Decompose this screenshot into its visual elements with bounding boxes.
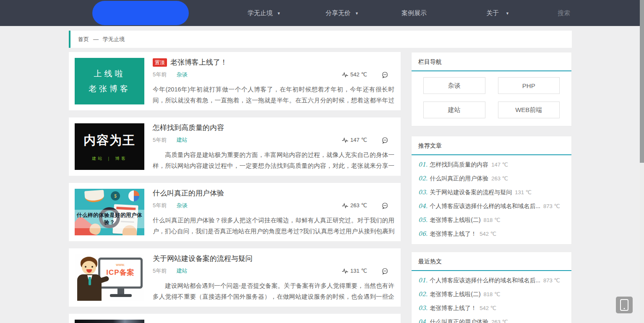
book-illustration	[84, 190, 104, 203]
article-temperature: 147 ℃	[350, 136, 367, 144]
thumb-text: 上线啦	[94, 68, 125, 79]
recommended-articles-box: 推荐文章 01. 怎样找到高质量的内容 147 ℃ 02. 什么叫真正的用户体验…	[411, 136, 572, 245]
pie-illustration	[128, 190, 139, 201]
article-list: 上线啦 老张博客 置顶 老张博客上线了！ 5年前 杂谈 542 ℃ 今年(201…	[69, 52, 401, 323]
item-temperature: 263 ℃	[491, 172, 508, 185]
recommended-item[interactable]: 06. 老张博客上线了！ 542 ℃	[412, 227, 571, 241]
hot-item[interactable]: 03. 老张博客上线了！ 542 ℃	[412, 301, 571, 315]
article-thumbnail[interactable]: 内容为王 建站 ｜ 博客	[75, 123, 144, 170]
item-number: 01.	[418, 274, 428, 287]
article-thumbnail[interactable]: $ 什么样的体验是好的用户体验？	[75, 189, 144, 235]
article-card: $ 什么样的体验是好的用户体验？ 什么叫真正的用户体验 5年前 杂谈 263 ℃	[69, 183, 401, 241]
pinned-badge: 置顶	[153, 58, 167, 67]
thumb-text: 建站 ｜ 博客	[92, 156, 127, 162]
category-button-webfrontend[interactable]: WEB前端	[498, 102, 560, 118]
item-number: 05.	[418, 213, 428, 227]
item-number: 02.	[418, 287, 428, 301]
monitor-stand	[117, 289, 124, 294]
recommended-item[interactable]: 02. 什么叫真正的用户体验 263 ℃	[412, 172, 571, 185]
pulse-icon	[342, 72, 348, 78]
category-nav-box: 栏目导航 杂谈 PHP 建站 WEB前端	[411, 52, 572, 126]
nav-item-label: 案例展示	[402, 9, 427, 16]
hot-item[interactable]: 01. 个人博客应该选择什么样的域名和域名后... 873 ℃	[412, 274, 571, 287]
article-category-link[interactable]: 杂谈	[177, 71, 188, 78]
article-card: 上线啦 老张博客 置顶 老张博客上线了！ 5年前 杂谈 542 ℃ 今年(201…	[69, 52, 401, 110]
nav-item-sharing[interactable]: 分享无价▼	[326, 0, 359, 26]
article-title[interactable]: 老张博客上线了！	[170, 57, 227, 67]
article-temperature: 263 ℃	[350, 202, 367, 209]
breadcrumb: 首页 — 学无止境	[69, 31, 572, 48]
article-category-link[interactable]: 杂谈	[177, 202, 188, 208]
site-logo[interactable]	[92, 1, 189, 25]
recommended-item[interactable]: 05. 老张博客上线啦(二) 818 ℃	[412, 213, 571, 227]
item-title: 老张博客上线啦(二)	[430, 213, 480, 227]
article-temperature: 131 ℃	[350, 267, 367, 275]
comment-icon[interactable]	[381, 268, 388, 275]
item-title: 老张博客上线啦(二)	[430, 287, 480, 301]
item-title: 个人博客应该选择什么样的域名和域名后...	[430, 199, 540, 213]
pulse-icon	[342, 268, 348, 274]
recommended-item[interactable]: 01. 怎样找到高质量的内容 147 ℃	[412, 158, 571, 172]
article-date: 5年前	[153, 202, 167, 208]
item-number: 04.	[418, 199, 428, 213]
search-button[interactable]: 搜索	[558, 0, 570, 26]
category-button-php[interactable]: PHP	[498, 77, 560, 94]
hot-item[interactable]: 02. 老张博客上线啦(二) 818 ℃	[412, 287, 571, 301]
chevron-down-icon: ▼	[277, 11, 281, 16]
sidebar-box-title: 最近热文	[412, 252, 571, 271]
article-thumbnail[interactable]: 上线啦 老张博客	[75, 58, 144, 104]
page-scrollbar	[640, 0, 644, 323]
item-title: 什么叫真正的用户体验	[430, 315, 488, 323]
item-number: 04.	[418, 315, 428, 323]
nav-item-label: 学无止境	[248, 9, 273, 16]
chevron-down-icon: ▼	[506, 11, 509, 16]
item-title: 老张博客上线了！	[430, 227, 477, 241]
item-title: 个人博客应该选择什么样的域名和域名后...	[430, 274, 540, 287]
comment-icon[interactable]	[381, 137, 388, 144]
chevron-down-icon: ▼	[355, 11, 359, 16]
item-temperature: 873 ℃	[543, 199, 560, 213]
search-label: 搜索	[558, 9, 570, 16]
nav-item-cases[interactable]: 案例展示	[402, 0, 427, 26]
item-temperature: 542 ℃	[480, 227, 496, 241]
item-temperature: 263 ℃	[491, 315, 508, 323]
nav-item-learning[interactable]: 学无止境▼	[248, 0, 281, 26]
article-title[interactable]: 什么叫真正的用户体验	[153, 188, 224, 198]
article-thumbnail[interactable]	[75, 320, 144, 323]
hot-item[interactable]: 04. 什么叫真正的用户体验 263 ℃	[412, 315, 571, 323]
thumb-text: 什么样的体验是好的用户体验？	[75, 210, 144, 228]
cartoon-body	[77, 274, 102, 301]
scrollbar-thumb[interactable]	[640, 0, 644, 163]
breadcrumb-home-link[interactable]: 首页	[78, 36, 89, 43]
category-button-jianzhan[interactable]: 建站	[423, 102, 485, 118]
article-card-partial	[69, 314, 401, 323]
item-title: 什么叫真正的用户体验	[430, 172, 488, 185]
sidebar-box-title: 栏目导航	[412, 52, 571, 71]
article-excerpt: 建设网站都会遇到一个问题-是否提交备案。关于备案有许多人觉得重要，当然也有许多人…	[153, 280, 394, 302]
item-temperature: 818 ℃	[484, 287, 501, 301]
item-title: 老张博客上线了！	[430, 301, 477, 315]
article-excerpt: 高质量内容是建站极为重要的方面，丰富网站内容的过程，就像人充实自己的身体一样，所…	[153, 149, 394, 171]
comment-icon[interactable]	[381, 202, 388, 209]
sidebar-box-title: 推荐文章	[412, 136, 571, 155]
article-title[interactable]: 关于网站建设备案的流程与疑问	[153, 254, 253, 263]
article-title[interactable]: 怎样找到高质量的内容	[153, 123, 224, 133]
monitor-illustration: www. ICP备案	[98, 258, 143, 289]
article-date: 5年前	[153, 71, 167, 78]
item-temperature: 873 ℃	[543, 274, 560, 287]
item-number: 03.	[418, 185, 428, 199]
coin-illustration: $	[111, 191, 120, 201]
comment-icon[interactable]	[381, 71, 388, 78]
nav-item-about[interactable]: 关于▼	[486, 0, 509, 26]
category-button-zatan[interactable]: 杂谈	[423, 77, 485, 94]
recommended-item[interactable]: 03. 关于网站建设备案的流程与疑问 131 ℃	[412, 185, 571, 199]
article-excerpt: 今年(2016年)年初就打算做一个个人博客了，在年初时候想着才年初，今年还有很长…	[153, 84, 394, 106]
recommended-item[interactable]: 04. 个人博客应该选择什么样的域名和域名后... 873 ℃	[412, 199, 571, 213]
nav-item-label: 分享无价	[326, 9, 351, 16]
article-category-link[interactable]: 建站	[177, 137, 188, 143]
mobile-view-button[interactable]	[616, 297, 633, 313]
item-number: 03.	[418, 301, 428, 315]
article-thumbnail[interactable]: www. ICP备案	[75, 254, 144, 301]
article-category-link[interactable]: 建站	[177, 268, 188, 274]
thumb-text: www.	[100, 263, 141, 267]
